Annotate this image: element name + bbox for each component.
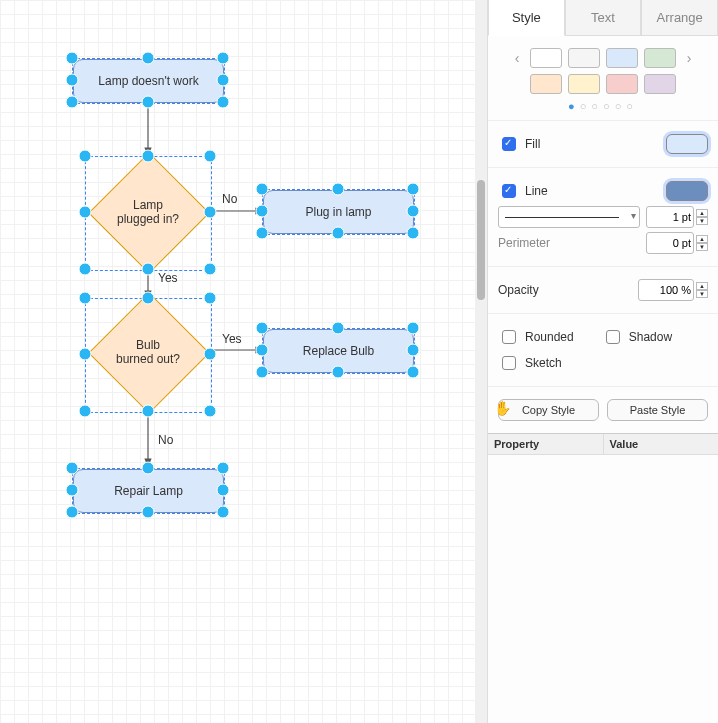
swatch[interactable] [530,48,562,68]
swatch[interactable] [530,74,562,94]
line-label: Line [525,184,548,198]
swatch[interactable] [644,48,676,68]
stepper-down-icon[interactable]: ▼ [696,290,708,298]
sketch-label: Sketch [525,356,562,370]
pager-dots[interactable]: ●○○○○○ [488,100,718,120]
tabs: Style Text Arrange [488,0,718,36]
node-label: Repair Lamp [114,484,183,498]
stepper-up-icon[interactable]: ▲ [696,282,708,290]
stepper-up-icon[interactable]: ▲ [696,209,708,217]
chevron-right-icon[interactable]: › [682,50,696,66]
line-color-well[interactable] [666,181,708,201]
edge-label-yes1: Yes [158,271,178,285]
sidebar: Style Text Arrange ‹ › ‹ › ●○○○○○ Fill [487,0,718,723]
swatch-row-1: ‹ › [488,36,718,72]
node-label: Plug in lamp [305,205,371,219]
prop-col-value: Value [604,434,719,454]
node-bulb[interactable]: Bulb burned out? [106,310,190,394]
swatch[interactable] [606,48,638,68]
prop-col-property: Property [488,434,604,454]
copy-style-button[interactable]: Copy Style [498,399,599,421]
perimeter-label: Perimeter [498,236,550,250]
stepper-up-icon[interactable]: ▲ [696,235,708,243]
swatch[interactable] [568,48,600,68]
line-style-select[interactable]: ▾ [498,206,640,228]
tab-style[interactable]: Style [488,0,565,36]
chevron-left-icon[interactable]: ‹ [510,50,524,66]
node-plugged[interactable]: Lamp plugged in? [106,170,190,254]
opacity-input[interactable] [638,279,694,301]
node-label: Replace Bulb [303,344,374,358]
edge-label-no2: No [158,433,173,447]
swatch[interactable] [568,74,600,94]
node-label: Lamp doesn't work [98,74,198,88]
swatch-row-2: ‹ › [488,72,718,100]
edge-label-no1: No [222,192,237,206]
fill-label: Fill [525,137,540,151]
tab-text[interactable]: Text [565,0,642,36]
opacity-label: Opacity [498,283,539,297]
shadow-label: Shadow [629,330,672,344]
stepper-down-icon[interactable]: ▼ [696,217,708,225]
swatch[interactable] [644,74,676,94]
edge-label-yes2: Yes [222,332,242,346]
swatch[interactable] [606,74,638,94]
tab-arrange[interactable]: Arrange [641,0,718,36]
scrollbar-thumb[interactable] [477,180,485,300]
canvas[interactable]: Lamp doesn't work Lamp plugged in? Plug … [0,0,487,723]
line-checkbox[interactable]: Line [498,181,548,201]
sketch-checkbox[interactable]: Sketch [498,353,562,373]
scrollbar-vertical[interactable] [475,0,487,723]
rounded-label: Rounded [525,330,574,344]
paste-style-button[interactable]: Paste Style [607,399,708,421]
fill-color-well[interactable] [666,134,708,154]
rounded-checkbox[interactable]: Rounded [498,327,574,347]
perimeter-input[interactable] [646,232,694,254]
property-table: Property Value [488,433,718,455]
shadow-checkbox[interactable]: Shadow [602,327,672,347]
stepper-down-icon[interactable]: ▼ [696,243,708,251]
line-width-input[interactable] [646,206,694,228]
fill-checkbox[interactable]: Fill [498,134,540,154]
